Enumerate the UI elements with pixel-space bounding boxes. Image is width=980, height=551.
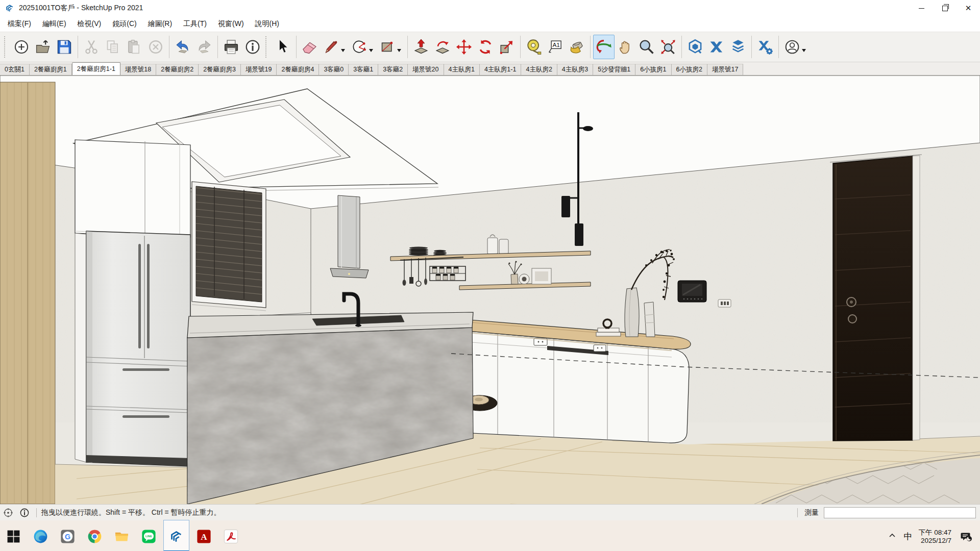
scene-tab-3客廳1[interactable]: 3客廳1 xyxy=(349,64,378,75)
redo-button xyxy=(193,35,215,59)
viewport-canvas[interactable] xyxy=(0,76,980,504)
arc-button[interactable] xyxy=(349,35,377,59)
taskbar-adobe-acrobat-button[interactable]: A xyxy=(191,520,216,551)
scene-tab-3客廳0[interactable]: 3客廳0 xyxy=(319,64,349,75)
account-button[interactable] xyxy=(781,35,810,59)
scene-tab-4主臥房1-1[interactable]: 4主臥房1-1 xyxy=(480,64,522,75)
menu-item-1[interactable]: 編輯(E) xyxy=(37,16,72,32)
menu-item-3[interactable]: 鏡頭(C) xyxy=(107,16,142,32)
dropdown-caret-icon[interactable] xyxy=(802,49,806,52)
menu-item-4[interactable]: 繪圖(R) xyxy=(142,16,178,32)
info-icon[interactable] xyxy=(19,507,30,518)
extension-manager-button[interactable] xyxy=(754,35,776,59)
scene-tab-2餐廳廚房1[interactable]: 2餐廳廚房1 xyxy=(30,64,72,75)
eraser-button[interactable] xyxy=(299,35,321,59)
scene-tab-4主臥房2[interactable]: 4主臥房2 xyxy=(521,64,557,75)
ime-indicator[interactable]: 中 xyxy=(903,531,912,542)
edge-icon xyxy=(33,529,48,544)
svg-text:G: G xyxy=(65,533,70,541)
menu-bar: 檔案(F)編輯(E)檢視(V)鏡頭(C)繪圖(R)工具(T)視窗(W)說明(H) xyxy=(0,16,980,32)
scene-tab-場景號17[interactable]: 場景號17 xyxy=(707,64,743,75)
scene-tab-6小孩房1[interactable]: 6小孩房1 xyxy=(635,64,671,75)
text-button[interactable]: A1 xyxy=(545,35,566,59)
taskbar-chrome-button[interactable] xyxy=(82,520,107,551)
scale-button[interactable] xyxy=(496,35,518,59)
measurements-input[interactable] xyxy=(824,507,976,518)
menu-item-0[interactable]: 檔案(F) xyxy=(2,16,37,32)
scene-tab-5沙發背牆1[interactable]: 5沙發背牆1 xyxy=(593,64,635,75)
scene-tab-3客廳2[interactable]: 3客廳2 xyxy=(378,64,408,75)
taskbar-sketchup-button[interactable] xyxy=(163,520,189,551)
toolbar-drag-handle xyxy=(4,36,9,58)
menu-item-7[interactable]: 說明(H) xyxy=(250,16,285,32)
dropdown-caret-icon[interactable] xyxy=(397,49,401,52)
push-pull-button[interactable] xyxy=(410,35,432,59)
clock[interactable]: 下午 08:47 2025/12/7 xyxy=(918,529,951,545)
3d-warehouse-button[interactable] xyxy=(684,35,706,59)
tape-measure-button[interactable] xyxy=(523,35,545,59)
taskbar-apps: GLINEA xyxy=(0,520,244,551)
scene-tab-2餐廳廚房2[interactable]: 2餐廳廚房2 xyxy=(156,64,199,75)
print-button[interactable] xyxy=(220,35,242,59)
titlebar: 20251001TO客戶 - SketchUp Pro 2021 ✕ xyxy=(0,0,980,16)
scene-tab-場景號18[interactable]: 場景號18 xyxy=(120,64,156,75)
extension-warehouse-button[interactable] xyxy=(706,35,727,59)
components-button[interactable] xyxy=(727,35,749,59)
follow-me-button[interactable] xyxy=(432,35,453,59)
dropdown-caret-icon[interactable] xyxy=(341,49,345,52)
clock-date: 2025/12/7 xyxy=(921,537,951,544)
taskbar-file-explorer-button[interactable] xyxy=(109,520,134,551)
restore-button[interactable] xyxy=(933,0,957,16)
scene-tab-2餐廳廚房1-1[interactable]: 2餐廳廚房1-1 xyxy=(72,62,120,75)
acrobat-reader-icon xyxy=(223,529,239,544)
taskbar-acrobat-reader-button[interactable] xyxy=(218,520,243,551)
close-icon: ✕ xyxy=(965,4,972,13)
select-button[interactable] xyxy=(272,35,293,59)
menu-item-2[interactable]: 檢視(V) xyxy=(72,16,107,32)
menu-item-6[interactable]: 視窗(W) xyxy=(212,16,250,32)
scene-tab-2餐廳廚房3[interactable]: 2餐廳廚房3 xyxy=(199,64,241,75)
paint-bucket-button[interactable] xyxy=(566,35,587,59)
open-button[interactable] xyxy=(32,35,54,59)
sketchup-app-icon xyxy=(168,529,184,544)
dropdown-caret-icon[interactable] xyxy=(369,49,373,52)
taskbar-start-button[interactable] xyxy=(1,520,26,551)
zoom-extents-button[interactable] xyxy=(657,35,679,59)
rectangle-button[interactable] xyxy=(377,35,405,59)
scene-tab-6小孩房2[interactable]: 6小孩房2 xyxy=(672,64,707,75)
undo-button[interactable] xyxy=(172,35,193,59)
rotate-button[interactable] xyxy=(475,35,496,59)
warehouse-icon xyxy=(687,38,704,56)
toolbar-separator xyxy=(520,36,521,58)
paste-button xyxy=(124,35,145,59)
sketchup-logo-icon xyxy=(5,3,15,13)
minimize-button[interactable] xyxy=(910,0,933,16)
toolbar-separator xyxy=(751,36,752,58)
notification-center-icon[interactable] xyxy=(960,530,973,543)
scene-tab-場景號19[interactable]: 場景號19 xyxy=(241,64,277,75)
scene-tab-2餐廳廚房4[interactable]: 2餐廳廚房4 xyxy=(277,64,319,75)
line-button[interactable] xyxy=(321,35,349,59)
taskbar-edge-button[interactable] xyxy=(28,520,53,551)
taskbar-google-button[interactable]: G xyxy=(55,520,80,551)
save-icon xyxy=(56,38,73,56)
tray-overflow-chevron-icon[interactable] xyxy=(888,532,896,542)
scene-tab-4主臥房3[interactable]: 4主臥房3 xyxy=(557,64,593,75)
scene-tab-場景號20[interactable]: 場景號20 xyxy=(408,64,444,75)
orbit-button[interactable] xyxy=(593,35,615,59)
move-button[interactable] xyxy=(453,35,475,59)
tape-measure-icon xyxy=(525,38,543,56)
close-button[interactable]: ✕ xyxy=(957,0,980,16)
taskbar-line-app-button[interactable]: LINE xyxy=(136,520,161,551)
save-button[interactable] xyxy=(54,35,75,59)
scene-tab-4主臥房1[interactable]: 4主臥房1 xyxy=(444,64,480,75)
model-info-button[interactable] xyxy=(242,35,263,59)
new-button[interactable] xyxy=(11,35,32,59)
geolocation-icon[interactable] xyxy=(3,507,14,518)
svg-text:A: A xyxy=(201,532,207,542)
select-icon xyxy=(274,38,291,56)
menu-item-5[interactable]: 工具(T) xyxy=(178,16,212,32)
pan-button[interactable] xyxy=(615,35,636,59)
scene-tab-0玄關1[interactable]: 0玄關1 xyxy=(0,64,30,75)
zoom-button[interactable] xyxy=(636,35,657,59)
